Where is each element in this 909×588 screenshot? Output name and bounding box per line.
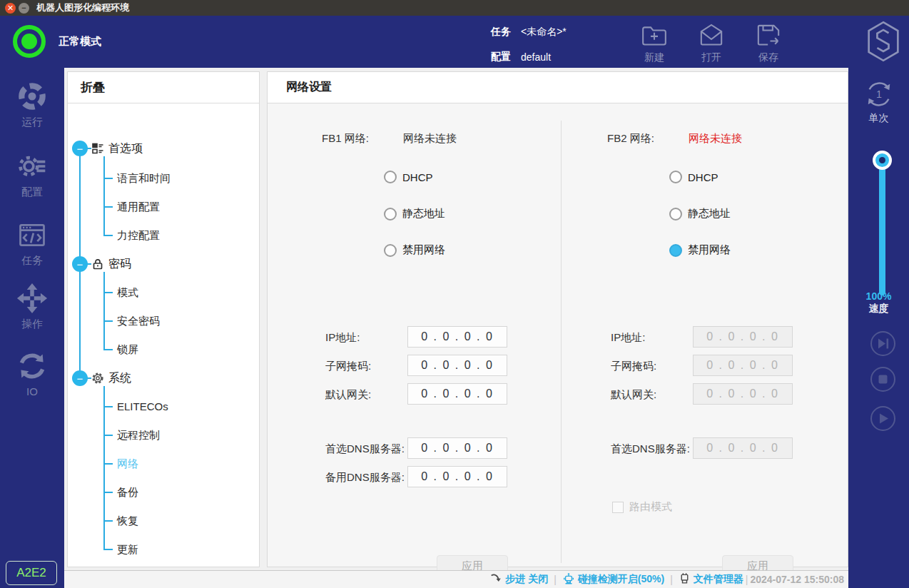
- tree-item-force-config[interactable]: 力控配置: [117, 229, 160, 243]
- mode-status-icon: [13, 25, 46, 58]
- radio-icon[interactable]: [669, 244, 682, 257]
- collapse-icon[interactable]: −: [72, 370, 88, 386]
- fb2-route-mode-checkbox[interactable]: 路由模式: [612, 500, 672, 514]
- fb1-gateway-input[interactable]: [407, 383, 507, 405]
- open-task-button[interactable]: 打开: [688, 21, 735, 64]
- new-task-button[interactable]: 新建: [631, 21, 678, 64]
- tree-line: [103, 156, 105, 235]
- collision-detect-status[interactable]: 碰撞检测开启(50%): [562, 572, 664, 587]
- tree-item-update[interactable]: 更新: [117, 543, 138, 557]
- config-label: 配置: [491, 51, 511, 64]
- tree-panel-title[interactable]: 折叠: [68, 72, 259, 103]
- fb2-mask-input[interactable]: [693, 355, 793, 376]
- step-mode-status[interactable]: 步进 关闭: [489, 572, 548, 587]
- fb2-radio-static[interactable]: 静态地址: [669, 207, 731, 220]
- fb1-mask-input[interactable]: [407, 355, 507, 376]
- nav-item-run[interactable]: 运行: [0, 81, 64, 129]
- nav-item-operate[interactable]: 操作: [0, 283, 64, 331]
- fb2-network-status: 网络未连接: [689, 132, 742, 146]
- lock-icon: [91, 258, 104, 270]
- tree-item-lock-screen[interactable]: 锁屏: [117, 343, 138, 357]
- radio-icon[interactable]: [384, 244, 397, 257]
- task-label: 任务: [491, 26, 511, 39]
- fb1-radio-dhcp[interactable]: DHCP: [384, 171, 433, 183]
- move-arrows-icon: [0, 283, 64, 314]
- new-label: 新建: [631, 51, 678, 64]
- speed-percentage: 100%: [848, 290, 909, 302]
- tree-item-language-time[interactable]: 语言和时间: [117, 172, 171, 186]
- column-divider: [561, 121, 562, 563]
- stop-button[interactable]: [870, 366, 896, 392]
- fb2-dns1-input[interactable]: [693, 437, 793, 459]
- tree-line: [103, 292, 113, 293]
- tree-item-elitecos[interactable]: ELITECOs: [117, 400, 168, 412]
- minimize-button[interactable]: −: [19, 3, 29, 14]
- radio-icon[interactable]: [669, 171, 682, 183]
- file-manager-button[interactable]: 文件管理器: [679, 572, 743, 587]
- tree-line: [103, 178, 113, 179]
- left-nav-rail: 运行 配置: [0, 68, 64, 588]
- header-bar: 正常模式 任务 <未命名>* 配置 default 新建: [0, 16, 909, 68]
- fb1-mask-label: 子网掩码:: [325, 360, 371, 373]
- fb2-gateway-label: 默认网关:: [611, 388, 656, 402]
- tree-line: [103, 520, 113, 522]
- checkbox-icon[interactable]: [612, 502, 624, 513]
- status-separator: |: [670, 574, 673, 585]
- tree-item-safety-password[interactable]: 安全密码: [117, 315, 160, 328]
- status-separator: |: [746, 574, 748, 585]
- play-icon: [870, 422, 896, 434]
- fb1-ip-input[interactable]: [407, 326, 507, 348]
- fb1-radio-disable[interactable]: 禁用网络: [384, 243, 445, 257]
- step-next-button[interactable]: [870, 330, 896, 357]
- tree-group-label[interactable]: 密码: [108, 257, 131, 272]
- fb1-dns2-input[interactable]: [407, 466, 507, 487]
- collapse-icon[interactable]: −: [72, 141, 88, 156]
- tree-item-mode[interactable]: 模式: [117, 286, 138, 300]
- robot-model-badge: A2E2: [6, 561, 57, 585]
- tree-item-restore[interactable]: 恢复: [117, 514, 138, 528]
- tree-item-backup[interactable]: 备份: [117, 486, 138, 500]
- tree-group-label[interactable]: 系统: [108, 371, 131, 386]
- fb1-dns1-input[interactable]: [407, 437, 507, 459]
- run-once-control[interactable]: 1 单次: [848, 79, 909, 125]
- save-label: 保存: [745, 51, 792, 64]
- window-titlebar: ✕ − 机器人图形化编程环境: [0, 0, 909, 16]
- fb2-network-label: FB2 网络:: [607, 132, 654, 146]
- tree-line: [103, 206, 113, 208]
- mode-indicator: 正常模式: [13, 25, 101, 58]
- save-task-button[interactable]: 保存: [745, 21, 792, 64]
- nav-item-io[interactable]: IO: [0, 350, 64, 397]
- tree-item-general-config[interactable]: 通用配置: [117, 201, 160, 214]
- system-clock: 2024-07-12 15:50:08: [750, 574, 844, 585]
- radio-icon[interactable]: [384, 208, 397, 220]
- radio-icon[interactable]: [384, 171, 397, 183]
- fb2-radio-dhcp[interactable]: DHCP: [669, 171, 718, 183]
- nav-item-task[interactable]: 任务: [0, 219, 64, 268]
- nav-label-operate: 操作: [0, 318, 64, 331]
- task-value: <未命名>*: [521, 26, 567, 39]
- brand-logo: [865, 20, 902, 66]
- single-cycle-icon: 1: [848, 79, 909, 109]
- task-config-info: 任务 <未命名>* 配置 default: [491, 23, 567, 73]
- io-arrows-icon: [0, 350, 64, 382]
- right-control-rail: 1 单次 100% 速度: [848, 68, 909, 588]
- tree-line: [103, 406, 113, 407]
- fb2-radio-disable[interactable]: 禁用网络: [669, 243, 731, 257]
- speed-slider-track[interactable]: [879, 158, 885, 295]
- open-icon: [688, 21, 735, 50]
- fb1-radio-static[interactable]: 静态地址: [384, 207, 445, 220]
- fb2-ip-input[interactable]: [693, 326, 793, 348]
- file-manager-icon: [679, 572, 694, 587]
- close-button[interactable]: ✕: [5, 3, 16, 14]
- tree-item-network[interactable]: 网络: [117, 457, 138, 471]
- speed-label: 速度: [848, 303, 909, 315]
- tree-item-remote-control[interactable]: 远程控制: [117, 429, 160, 442]
- collapse-icon[interactable]: −: [72, 256, 88, 272]
- fb1-ip-label: IP地址:: [325, 331, 360, 345]
- tree-group-label[interactable]: 首选项: [108, 141, 143, 156]
- radio-icon[interactable]: [669, 208, 682, 220]
- speed-slider-handle[interactable]: [873, 151, 892, 170]
- play-button[interactable]: [870, 405, 896, 432]
- nav-item-config[interactable]: 配置: [0, 151, 64, 199]
- fb2-gateway-input[interactable]: [693, 383, 793, 405]
